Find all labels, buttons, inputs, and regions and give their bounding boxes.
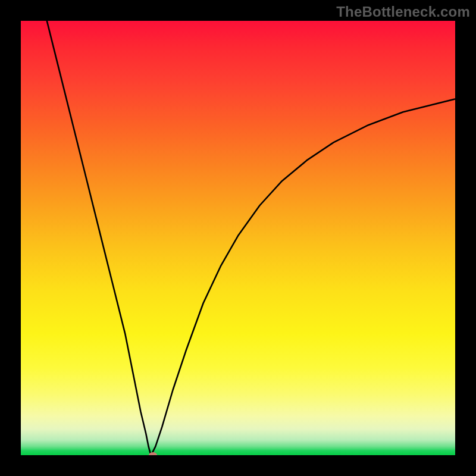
watermark-text: TheBottleneck.com bbox=[336, 4, 470, 20]
optimal-point-marker bbox=[149, 452, 157, 455]
curve-layer bbox=[21, 21, 455, 455]
bottleneck-curve bbox=[47, 21, 455, 455]
plot-area bbox=[21, 21, 455, 455]
chart-root: TheBottleneck.com bbox=[0, 0, 476, 476]
